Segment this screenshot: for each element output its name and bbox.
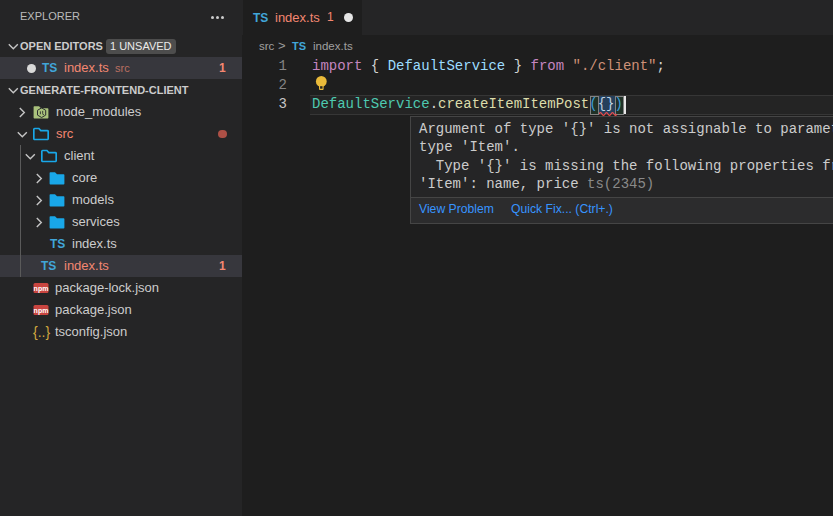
svg-text:npm: npm <box>34 285 49 293</box>
svg-text:npm: npm <box>34 307 49 315</box>
